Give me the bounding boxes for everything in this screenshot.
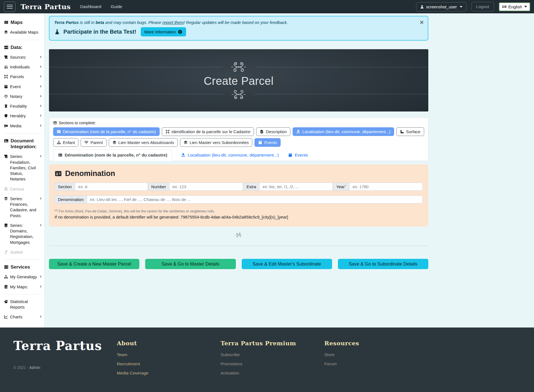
user-dropdown[interactable]: screenshot_user <box>416 2 466 11</box>
nav-link-dashboard[interactable]: Dashboard <box>80 4 101 9</box>
section-pill-identification-de-la-parcelle-sur-le-cad[interactable]: Identification de la parcelle sur le Cad… <box>162 127 254 136</box>
sidebar-item-statistical-reports[interactable]: Statistical Reports <box>4 299 41 310</box>
footer-link-store[interactable]: Store <box>324 352 428 357</box>
tab-d-nomination-nom-de-la-parcelle-n-du-cad[interactable]: Dénomination (nom de la parcelle, n° du … <box>53 149 172 161</box>
chart-line-icon <box>4 315 8 319</box>
form-tabs: Dénomination (nom de la parcelle, n° du … <box>53 149 424 161</box>
tab-localisation-lieu-dit-commune-d-partemen[interactable]: Localisation (lieu-dit, commune, départe… <box>181 150 279 161</box>
sidebar-item-series-finances-cadastre-and-posts[interactable]: Series: Finances, Cadastre, and Posts:› <box>4 196 41 219</box>
content-divider <box>49 246 428 246</box>
map-location-icon <box>296 130 300 134</box>
sidebar-item-event[interactable]: Event› <box>4 84 41 90</box>
chevron-right-icon: › <box>39 196 41 200</box>
beta-alert: Terra Partus is still in beta and may co… <box>49 16 428 41</box>
sidebar-header-services: Services <box>4 264 41 270</box>
chevron-right-icon: › <box>39 74 41 78</box>
chevron-right-icon: › <box>39 54 41 59</box>
action-save-edit-master-s-subordinate[interactable]: Save & Edit Master's Subordinate <box>242 259 332 269</box>
number-field-group: Number <box>148 183 243 191</box>
denomination-field-group: Denomination <box>55 195 423 204</box>
language-select[interactable]: GB English <box>499 3 530 11</box>
user-name: screenshot_user <box>426 4 457 9</box>
footer-column-resources: ResourcesStoreForum <box>324 339 428 392</box>
hamburger-menu-button[interactable] <box>4 2 16 12</box>
footer-link-activation[interactable]: Activation <box>221 371 324 376</box>
year-field-group: Year* <box>333 183 423 191</box>
layers-icon <box>184 140 188 145</box>
sidebar-item-parcels[interactable]: Parcels› <box>4 74 41 80</box>
sidebar-item-media[interactable]: Media› <box>4 123 41 129</box>
chevron-right-icon: › <box>39 154 41 158</box>
report-them-link[interactable]: report them <box>162 20 184 25</box>
sidebar-item-justice: Justice <box>4 249 41 255</box>
sidebar-item-individuals[interactable]: Individuals› <box>4 64 41 70</box>
admin-link[interactable]: Admin <box>29 365 40 370</box>
divider-flourish <box>49 232 428 239</box>
sidebar-item-heraldry[interactable]: Heraldry› <box>4 113 41 119</box>
footer-brand-logo: Terra Partus <box>13 339 117 353</box>
denomination-input[interactable] <box>87 195 423 204</box>
section-pill-surface[interactable]: Surface <box>396 127 424 136</box>
chevron-right-icon: › <box>39 223 41 227</box>
footer-link-team[interactable]: Team <box>117 352 221 357</box>
chevron-right-icon: › <box>39 103 41 108</box>
section-pill-localisation-lieu-dit-commune-d-partemen[interactable]: Localisation (lieu-dit, commune, départe… <box>293 127 394 136</box>
section-pill-description[interactable]: Description <box>256 127 290 136</box>
artois-footnote: (1) For Artois (Nord, Pas-de-Calais, Som… <box>55 209 423 213</box>
vector-icon <box>4 75 8 79</box>
number-field-label: Number <box>148 183 169 191</box>
sidebar-item-notary[interactable]: Notary› <box>4 94 41 99</box>
chevron-right-icon: › <box>39 123 41 128</box>
scales-icon <box>4 94 8 98</box>
nav-link-guide[interactable]: Guide <box>111 4 122 9</box>
section-pill-lien-master-vers-aboutissants[interactable]: Lien Master vers Aboutissants <box>109 138 178 147</box>
footer-link-recruitment[interactable]: Recruitment <box>117 361 221 366</box>
section-pill-lien-master-vers-subordonn-es[interactable]: Lien Master vers Subordonnées <box>180 138 253 147</box>
section-pill-events[interactable]: Events <box>254 138 281 147</box>
sidebar-item-sources[interactable]: Sources:› <box>4 54 41 60</box>
sidebar-divider <box>4 259 41 260</box>
footer-link-promotions[interactable]: Promotions <box>221 361 324 366</box>
logout-button[interactable]: Logout <box>471 2 494 11</box>
sidebar-item-feudality[interactable]: Feudality› <box>4 103 41 109</box>
sitemap-icon <box>57 140 61 145</box>
flourish-ornament-icon <box>225 88 253 101</box>
section-pill-parent[interactable]: Parent <box>81 138 106 147</box>
brand-logo[interactable]: Terra Partus <box>21 3 71 11</box>
action-save-go-to-master-details[interactable]: Save & Go to Master Details <box>145 259 236 269</box>
address-card-icon <box>57 130 61 134</box>
close-icon[interactable]: × <box>420 19 424 26</box>
action-save-go-to-subordinate-details[interactable]: Save & Go to Subordinate Details <box>338 259 428 269</box>
sidebar-item-series-feudalism-families-civil-status-n[interactable]: Series: Feudalism, Families, Civil Statu… <box>4 154 41 182</box>
chevron-right-icon: › <box>39 284 41 289</box>
chevron-right-icon: › <box>39 94 41 98</box>
sidebar-item-series-domains-registration-mortgages[interactable]: Series: Domains, Registration, Mortgages… <box>4 223 41 245</box>
footer-column-about: AboutTeamRecruitmentMedia Coverage <box>117 339 221 392</box>
hero-banner: Create Parcel <box>49 49 428 111</box>
extra-field-label: Extra <box>243 183 259 191</box>
language-label: English <box>508 4 522 9</box>
number-input[interactable] <box>169 183 243 191</box>
chevron-right-icon: › <box>39 113 41 118</box>
sidebar-item-my-genealogy[interactable]: My Genealogy› <box>4 274 41 280</box>
section-pill-enfant[interactable]: Enfant <box>53 138 78 147</box>
action-save-create-a-new-master-parcel[interactable]: Save & Create a New Master Parcel <box>49 259 139 269</box>
sidebar-item-my-maps[interactable]: My Maps:› <box>4 284 41 290</box>
extra-input[interactable] <box>259 183 333 191</box>
footer-link-subscribe[interactable]: Subscribe <box>221 352 324 357</box>
section-field-group: Section <box>55 183 148 191</box>
sidebar-item-charts[interactable]: Charts› <box>4 314 41 320</box>
tab-events[interactable]: Events <box>288 150 308 161</box>
required-asterisk: * <box>345 184 346 188</box>
more-information-button[interactable]: More Information <box>141 27 186 36</box>
address-card-icon <box>58 153 63 157</box>
sidebar-divider <box>4 294 41 294</box>
section-pill-d-nomination-nom-de-la-parcelle-n-du-cad[interactable]: Dénomination (nom de la parcelle, n° du … <box>53 127 160 136</box>
server-icon <box>4 265 9 269</box>
calendar-icon <box>4 85 8 89</box>
footer-link-forum[interactable]: Forum <box>324 361 428 366</box>
year-input[interactable] <box>349 183 423 191</box>
footer-link-media-coverage[interactable]: Media Coverage <box>117 371 221 376</box>
section-input[interactable] <box>75 183 148 191</box>
sidebar-item-available-maps[interactable]: Available Maps <box>4 29 41 35</box>
